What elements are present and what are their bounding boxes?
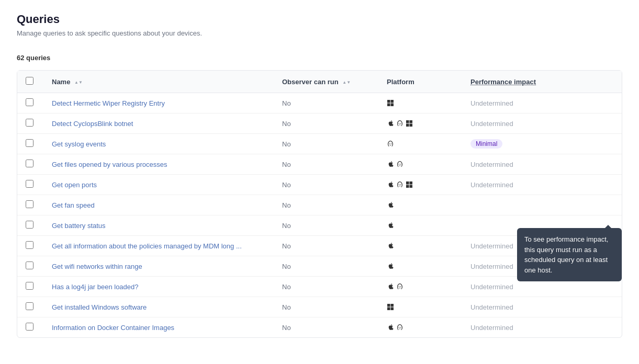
row-checkbox-cell <box>17 154 43 175</box>
row-platform-cell <box>378 154 462 175</box>
windows-icon <box>387 99 394 107</box>
select-all-checkbox[interactable] <box>26 77 33 85</box>
row-name-cell: Get all information about the policies m… <box>43 236 274 256</box>
row-checkbox[interactable] <box>26 302 33 310</box>
performance-undetermined: Undetermined <box>470 242 513 250</box>
row-platform-cell <box>378 236 462 256</box>
svg-rect-24 <box>387 308 390 311</box>
row-checkbox[interactable] <box>26 160 33 167</box>
query-name-link[interactable]: Get all information about the policies m… <box>52 242 242 250</box>
row-performance-cell: Undetermined <box>462 113 622 134</box>
table-header-row: Name ▲▼ Observer can run ▲▼ Platform Per… <box>17 71 622 93</box>
apple-icon <box>387 120 394 127</box>
header-observer[interactable]: Observer can run ▲▼ <box>274 71 378 93</box>
apple-icon <box>387 263 394 270</box>
svg-point-13 <box>400 164 401 165</box>
observer-value: No <box>282 161 291 168</box>
row-performance-cell: Undetermined <box>462 256 622 277</box>
row-performance-cell: Undetermined <box>462 93 622 113</box>
platform-icons <box>387 324 454 331</box>
apple-icon <box>387 283 394 290</box>
query-name-link[interactable]: Get fan speed <box>52 201 95 209</box>
row-name-cell: Get battery status <box>43 215 274 236</box>
observer-value: No <box>282 120 291 128</box>
table-body: Detect Hermetic Wiper Registry Entry No … <box>17 93 622 338</box>
row-checkbox[interactable] <box>26 139 33 147</box>
table-row: Get wifi networks within range No Undete… <box>17 256 622 277</box>
row-observer-cell: No <box>274 113 378 134</box>
row-observer-cell: No <box>274 215 378 236</box>
observer-value: No <box>282 263 291 270</box>
row-name-cell: Information on Docker Container Images <box>43 317 274 338</box>
queries-table: Name ▲▼ Observer can run ▲▼ Platform Per… <box>17 71 622 337</box>
table-row: Get open ports No Undetermined <box>17 175 622 195</box>
row-platform-cell <box>378 175 462 195</box>
svg-rect-6 <box>406 120 409 123</box>
svg-rect-1 <box>391 100 394 103</box>
query-name-link[interactable]: Get open ports <box>52 181 97 189</box>
observer-value: No <box>282 201 291 209</box>
row-checkbox[interactable] <box>26 221 33 229</box>
platform-icons <box>387 181 454 188</box>
query-name-link[interactable]: Get files opened by various processes <box>52 161 167 168</box>
row-checkbox[interactable] <box>26 98 33 106</box>
platform-icons <box>387 242 454 249</box>
query-name-link[interactable]: Detect Hermetic Wiper Registry Entry <box>52 99 165 107</box>
row-checkbox-cell <box>17 175 43 195</box>
row-observer-cell: No <box>274 256 378 277</box>
svg-point-15 <box>400 184 401 185</box>
linux-icon <box>387 140 394 147</box>
svg-point-5 <box>400 123 401 124</box>
header-name[interactable]: Name ▲▼ <box>43 71 274 93</box>
name-sort-icons: ▲▼ <box>74 80 83 85</box>
row-checkbox[interactable] <box>26 200 33 208</box>
observer-value: No <box>282 222 291 230</box>
row-performance-cell <box>462 195 622 215</box>
row-checkbox[interactable] <box>26 323 33 331</box>
row-name-cell: Has a log4j jar been loaded? <box>43 277 274 297</box>
row-checkbox[interactable] <box>26 241 33 249</box>
svg-rect-23 <box>391 304 394 307</box>
query-name-link[interactable]: Get battery status <box>52 222 106 230</box>
svg-rect-2 <box>387 104 390 107</box>
performance-undetermined: Undetermined <box>470 120 513 128</box>
table-row: Get all information about the policies m… <box>17 236 622 256</box>
linux-icon <box>396 120 403 127</box>
query-name-link[interactable]: Detect CyclopsBlink botnet <box>52 120 133 128</box>
row-checkbox-cell <box>17 93 43 113</box>
svg-point-14 <box>399 184 400 185</box>
observer-value: No <box>282 242 291 250</box>
row-name-cell: Get syslog events <box>43 134 274 154</box>
linux-icon <box>396 324 403 331</box>
row-checkbox[interactable] <box>26 180 33 188</box>
query-name-link[interactable]: Get wifi networks within range <box>52 263 142 270</box>
row-platform-cell <box>378 113 462 134</box>
row-observer-cell: No <box>274 93 378 113</box>
windows-icon <box>406 120 413 127</box>
performance-undetermined: Undetermined <box>470 181 513 189</box>
header-performance: Performance impact <box>462 71 622 93</box>
platform-icons <box>387 283 454 290</box>
query-name-link[interactable]: Has a log4j jar been loaded? <box>52 283 139 291</box>
query-name-link[interactable]: Get syslog events <box>52 140 106 148</box>
row-checkbox[interactable] <box>26 282 33 290</box>
row-checkbox[interactable] <box>26 119 33 127</box>
row-platform-cell <box>378 215 462 236</box>
platform-icons <box>387 161 454 168</box>
platform-icons <box>387 201 454 209</box>
svg-rect-3 <box>391 104 394 107</box>
svg-point-27 <box>400 327 401 328</box>
table-row: Detect Hermetic Wiper Registry Entry No … <box>17 93 622 113</box>
queries-table-wrapper: Name ▲▼ Observer can run ▲▼ Platform Per… <box>17 70 622 338</box>
svg-rect-19 <box>410 185 413 188</box>
row-performance-cell: Undetermined <box>462 154 622 175</box>
svg-rect-8 <box>406 124 409 127</box>
row-checkbox-cell <box>17 113 43 134</box>
row-observer-cell: No <box>274 154 378 175</box>
apple-icon <box>387 161 394 168</box>
query-name-link[interactable]: Information on Docker Container Images <box>52 324 174 332</box>
row-checkbox[interactable] <box>26 261 33 269</box>
row-name-cell: Get installed Windows software <box>43 297 274 317</box>
query-name-link[interactable]: Get installed Windows software <box>52 303 147 311</box>
row-platform-cell <box>378 297 462 317</box>
